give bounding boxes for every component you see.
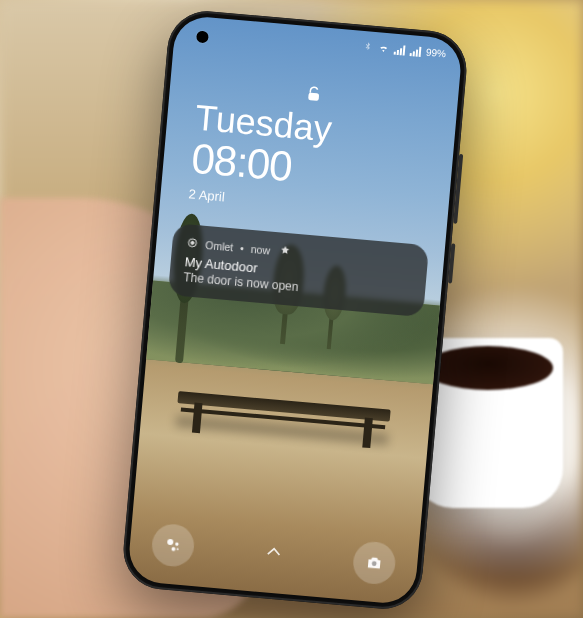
app-icon — [186, 236, 199, 251]
swipe-up-indicator[interactable] — [263, 541, 285, 567]
notification-category-icon — [278, 244, 291, 259]
wifi-icon — [378, 42, 390, 54]
bluetooth-icon — [362, 41, 374, 53]
signal-icon — [410, 46, 422, 57]
svg-point-5 — [171, 547, 175, 551]
status-bar: 99% — [362, 41, 447, 59]
assistant-button[interactable] — [150, 523, 196, 569]
battery-text: 99% — [425, 46, 446, 59]
separator-dot: • — [240, 242, 245, 254]
notification-app-name: Omlet — [205, 239, 234, 253]
camera-button[interactable] — [352, 540, 398, 586]
lockscreen-bottom-bar — [128, 521, 419, 588]
svg-point-2 — [191, 241, 194, 244]
wallpaper-bench — [177, 391, 390, 422]
lockscreen-clock: Tuesday 08:00 2 April — [188, 99, 436, 222]
svg-point-6 — [177, 548, 179, 550]
phone-frame: 99% Tuesday 08:00 2 April Omlet • now — [120, 8, 469, 612]
svg-point-4 — [175, 542, 179, 546]
svg-point-3 — [167, 539, 174, 546]
unlock-icon — [304, 84, 324, 107]
signal-icon — [394, 44, 406, 55]
svg-rect-0 — [308, 93, 319, 101]
notification-timestamp: now — [250, 243, 270, 257]
front-camera — [196, 30, 209, 43]
phone-screen[interactable]: 99% Tuesday 08:00 2 April Omlet • now — [127, 15, 463, 606]
